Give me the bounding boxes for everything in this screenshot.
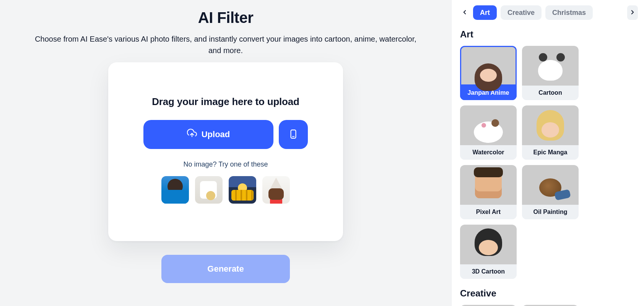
mobile-upload-button[interactable] <box>279 120 308 149</box>
filter-thumb <box>522 105 579 145</box>
page-title: AI Filter <box>198 9 253 26</box>
filter-tile-label: 3D Cartoon <box>460 264 517 279</box>
filter-thumb <box>522 46 579 86</box>
cloud-upload-icon <box>187 128 197 141</box>
sample-thumbnails <box>161 176 290 204</box>
generate-button[interactable]: Generate <box>161 255 290 283</box>
art-tile-grid: Janpan Anime Cartoon Watercolor Epic Man… <box>460 46 638 279</box>
section-title-art: Art <box>460 29 638 40</box>
filter-tile-label: Oil Painting <box>522 205 579 219</box>
section-title-creative: Creative <box>460 288 638 299</box>
filter-thumb <box>460 165 517 205</box>
filter-tile-cartoon[interactable]: Cartoon <box>522 46 579 100</box>
upload-button-label: Upload <box>202 130 230 139</box>
chevron-right-icon <box>629 9 636 17</box>
tabs-next-button[interactable] <box>627 5 638 20</box>
tab-creative[interactable]: Creative <box>501 5 542 20</box>
tabs-prev-button[interactable] <box>460 8 469 17</box>
filter-tile-watercolor[interactable]: Watercolor <box>460 105 517 160</box>
filter-tile-label: Epic Manga <box>522 145 579 160</box>
try-examples-label: No image? Try one of these <box>183 160 268 168</box>
filter-thumb <box>522 165 579 205</box>
upload-card: Drag your image here to upload Upload No… <box>108 62 343 241</box>
filter-tile-janpan-anime[interactable]: Janpan Anime <box>460 46 517 100</box>
chevron-left-icon <box>461 9 468 17</box>
filters-panel: Art Creative Christmas Art Janpan Anime … <box>451 0 644 306</box>
sample-image-4[interactable] <box>262 176 290 204</box>
tab-art[interactable]: Art <box>473 5 497 20</box>
filter-tile-label: Cartoon <box>522 86 579 100</box>
tab-christmas[interactable]: Christmas <box>545 5 593 20</box>
filter-thumb <box>460 225 517 264</box>
filter-thumb <box>460 46 517 86</box>
sample-image-3[interactable] <box>229 176 256 204</box>
sample-image-1[interactable] <box>161 176 189 204</box>
filter-tile-label: Watercolor <box>460 145 517 160</box>
page-subtitle: Choose from AI Ease's various AI photo f… <box>31 33 421 56</box>
filter-tile-oil-painting[interactable]: Oil Painting <box>522 165 579 219</box>
filter-tile-3d-cartoon[interactable]: 3D Cartoon <box>460 225 517 279</box>
sample-image-2[interactable] <box>195 176 223 204</box>
filter-tile-pixel-art[interactable]: Pixel Art <box>460 165 517 219</box>
upload-button[interactable]: Upload <box>143 120 273 149</box>
filter-tile-epic-manga[interactable]: Epic Manga <box>522 105 579 160</box>
category-tabs: Art Creative Christmas <box>460 5 638 20</box>
upload-card-title: Drag your image here to upload <box>152 96 299 108</box>
phone-icon <box>288 129 298 140</box>
filter-tile-label: Pixel Art <box>460 205 517 219</box>
svg-rect-0 <box>291 130 296 138</box>
filter-thumb <box>460 105 517 145</box>
